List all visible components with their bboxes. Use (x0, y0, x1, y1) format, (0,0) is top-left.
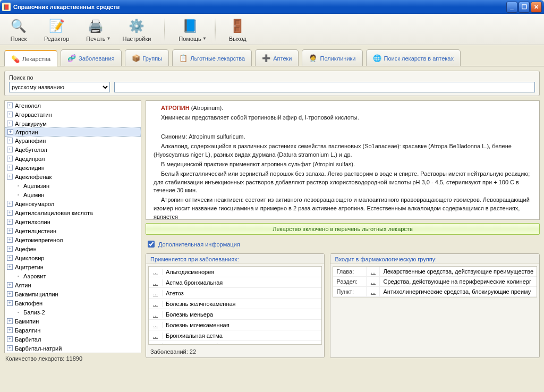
tree-node[interactable]: +Ацетилсалициловая кислота (5, 208, 141, 217)
disease-row[interactable]: ...Бронхиальная астма (149, 330, 321, 341)
maximize-button[interactable]: ❐ (518, 2, 530, 13)
expand-icon[interactable]: + (7, 138, 13, 143)
tree-node[interactable]: +Атропин (5, 127, 141, 137)
more-link[interactable]: ... (149, 311, 163, 318)
editor-button[interactable]: 📝Редактор (38, 16, 75, 44)
tree-node[interactable]: +Ацеклофенак (5, 172, 141, 181)
diseases-list[interactable]: ...Альгодисменорея...Астма бронхиальная.… (148, 266, 322, 345)
tree-node[interactable]: +Ацетилцистеин (5, 226, 141, 235)
expand-icon[interactable]: + (7, 300, 13, 306)
expand-icon[interactable]: + (7, 129, 13, 135)
leaf-icon: • (15, 192, 21, 198)
tree-node[interactable]: •Ацелизин (5, 181, 141, 190)
print-button[interactable]: 🖨️Печать▼ (80, 16, 111, 44)
disease-row[interactable]: ...Атетоз (149, 288, 321, 299)
tree-node[interactable]: +Аятин (5, 280, 141, 289)
tree-node[interactable]: +Баклофен (5, 299, 141, 308)
more-link[interactable]: ... (149, 322, 163, 328)
expand-icon[interactable]: + (7, 219, 13, 225)
more-link[interactable]: ... (366, 277, 380, 286)
more-link[interactable]: ... (366, 267, 380, 276)
search-mode-select[interactable]: русскому названию (9, 82, 110, 92)
tree-node[interactable]: +Ацефен (5, 244, 141, 253)
tree-node[interactable]: +Ацетомепрегенол (5, 235, 141, 244)
diseases-panel: Применяется при заболеваниях: ...Альгоди… (146, 253, 325, 358)
tree-node-label: Ацеклидин (15, 165, 45, 171)
additional-info-toggle[interactable]: Дополнительная информация (146, 238, 540, 250)
expand-icon[interactable]: + (7, 255, 13, 261)
group-value: Средства, действующие на периферические … (380, 277, 537, 286)
drug-tree[interactable]: +Атенолол+Аторвастатин+Атракуриум+Атропи… (4, 100, 141, 353)
additional-info-checkbox[interactable] (148, 241, 155, 248)
disease-row[interactable]: ...Болезнь желчнокаменная (149, 299, 321, 309)
search-button[interactable]: 🔍Поиск (4, 16, 33, 44)
tree-node[interactable]: +Бамипин (5, 317, 141, 326)
tab-drugs[interactable]: 💊Лекарства (4, 50, 57, 66)
tree-node[interactable]: •Бализ-2 (5, 308, 141, 317)
expand-icon[interactable]: + (7, 246, 13, 252)
tree-node[interactable]: +Ацедипрол (5, 154, 141, 163)
expand-icon[interactable]: + (7, 336, 13, 342)
tab-diseases[interactable]: 🧬Заболевания (61, 49, 122, 66)
more-link[interactable]: ... (149, 343, 163, 345)
expand-icon[interactable]: + (7, 112, 13, 117)
help-button[interactable]: 📘Помощь▼ (173, 16, 207, 44)
expand-icon[interactable]: + (7, 210, 13, 216)
tree-node[interactable]: +Ауранофин (5, 136, 141, 145)
minimize-button[interactable]: _ (506, 2, 517, 13)
expand-icon[interactable]: + (7, 345, 13, 351)
tree-node[interactable]: +Барбитал-натрий (5, 344, 141, 353)
tree-node[interactable]: •Ацемин (5, 190, 141, 199)
more-link[interactable]: ... (149, 333, 163, 339)
tree-node[interactable]: +Баралгин (5, 326, 141, 335)
expand-icon[interactable]: + (7, 282, 13, 288)
disease-row[interactable]: ...Болезнь меньера (149, 309, 321, 320)
expand-icon[interactable]: + (7, 291, 13, 297)
disease-row[interactable]: ...Альгодисменорея (149, 267, 321, 277)
more-link[interactable]: ... (149, 279, 163, 286)
disease-row[interactable]: ...Желчнокаменная болезнь (149, 341, 321, 345)
tab-clinics[interactable]: 🧑‍⚕️Поликлиники (302, 49, 362, 66)
expand-icon[interactable]: + (7, 237, 13, 243)
tree-node[interactable]: +Ацетилхолин (5, 217, 141, 226)
expand-icon[interactable]: + (7, 156, 13, 161)
tab-benefit[interactable]: 📋Льготные лекарства (172, 49, 252, 66)
tab-search-pharm[interactable]: 🌐Поиск лекарств в аптеках (366, 49, 461, 66)
tree-node[interactable]: +Ацикловир (5, 253, 141, 262)
exit-button[interactable]: 🚪Выход (223, 16, 252, 44)
expand-icon[interactable]: + (7, 318, 13, 324)
expand-icon[interactable]: + (7, 264, 13, 270)
expand-icon[interactable]: + (7, 165, 13, 171)
expand-icon[interactable]: + (7, 103, 13, 108)
detail-text[interactable]: АТРОПИН (Atropinum). Химически представл… (146, 100, 540, 220)
search-input[interactable] (114, 82, 535, 92)
more-link[interactable]: ... (366, 287, 380, 296)
more-link[interactable]: ... (149, 269, 163, 275)
tree-node-label: Аятин (15, 282, 31, 288)
tree-node[interactable]: +Атенолол (5, 101, 141, 110)
expand-icon[interactable]: + (7, 121, 13, 126)
tree-node[interactable]: +Ацебутолол (5, 145, 141, 154)
expand-icon[interactable]: + (7, 201, 13, 207)
tree-node[interactable]: +Аторвастатин (5, 110, 141, 119)
tree-node[interactable]: +Ацеклидин (5, 163, 141, 172)
tab-groups[interactable]: 📦Группы (125, 49, 169, 66)
tree-node[interactable]: +Атракуриум (5, 119, 141, 128)
settings-button[interactable]: ⚙️Настройки (116, 16, 157, 44)
tree-node[interactable]: +Аценокумарол (5, 199, 141, 208)
tree-node[interactable]: +Ацитретин (5, 262, 141, 271)
disease-row[interactable]: ...Болезнь мочекаменная (149, 320, 321, 330)
tree-node[interactable]: +Барбитал (5, 335, 141, 344)
tab-pharmacies[interactable]: ➕Аптеки (255, 49, 299, 66)
more-link[interactable]: ... (149, 290, 163, 296)
expand-icon[interactable]: + (7, 327, 13, 333)
expand-icon[interactable]: + (7, 228, 13, 234)
tree-node[interactable]: +Бакампициллин (5, 289, 141, 299)
disease-row[interactable]: ...Астма бронхиальная (149, 277, 321, 288)
more-link[interactable]: ... (149, 301, 163, 307)
group-value: Лекарственные средства, действующие преи… (380, 267, 537, 276)
expand-icon[interactable]: + (7, 147, 13, 152)
expand-icon[interactable]: + (7, 174, 13, 180)
tree-node[interactable]: •Аэровит (5, 271, 141, 280)
close-button[interactable]: ✕ (531, 2, 542, 13)
